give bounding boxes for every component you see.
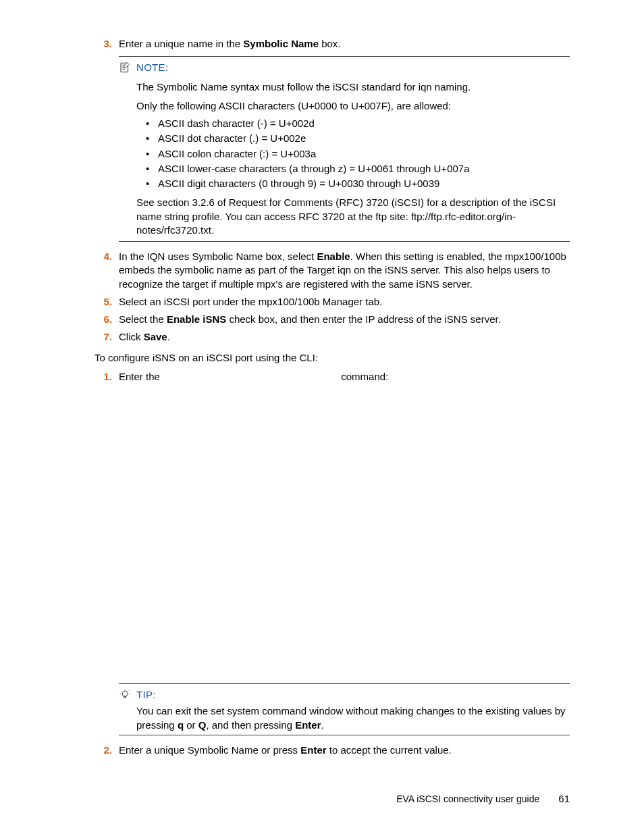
step-body: In the IQN uses Symbolic Name box, selec… xyxy=(119,250,570,291)
bold-text: Enable xyxy=(317,251,350,262)
tip-icon xyxy=(119,689,131,701)
text: . xyxy=(167,331,170,342)
list-item: ASCII digit characters (0 through 9) = U… xyxy=(146,177,570,190)
main-content: 3. Enter a unique name in the Symbolic N… xyxy=(95,37,570,757)
page-number: 61 xyxy=(558,792,570,806)
step-number: 3. xyxy=(95,37,119,51)
note-label: NOTE: xyxy=(136,61,168,74)
step-7: 7. Click Save. xyxy=(95,330,570,344)
step-number: 2. xyxy=(95,744,119,757)
text: , and then pressing xyxy=(206,719,295,731)
bold-text: Q xyxy=(198,719,207,731)
bullet-list: ASCII dash character (-) = U+002d ASCII … xyxy=(146,117,570,190)
paragraph: See section 3.2.6 of Request for Comment… xyxy=(136,196,570,237)
step-number: 7. xyxy=(95,330,119,344)
note-header: NOTE: xyxy=(119,61,570,74)
step-body: Enter the command: xyxy=(119,370,570,384)
cli-step-2: 2. Enter a unique Symbolic Name or press… xyxy=(95,744,570,757)
paragraph: To configure iSNS on an iSCSI port using… xyxy=(95,351,570,365)
text: Enter a unique Symbolic Name or press xyxy=(119,744,300,756)
step-number: 4. xyxy=(95,250,119,291)
text: Enter a unique name in the xyxy=(119,38,243,49)
svg-point-1 xyxy=(122,692,128,697)
bold-text: Enter xyxy=(300,744,326,756)
tip-body: You can exit the set system command wind… xyxy=(136,704,570,732)
text: Select the xyxy=(119,313,167,325)
step-3: 3. Enter a unique name in the Symbolic N… xyxy=(95,37,570,51)
text: box. xyxy=(319,38,341,49)
text: check box, and then enter the IP address… xyxy=(226,313,501,325)
step-4: 4. In the IQN uses Symbolic Name box, se… xyxy=(95,250,570,291)
bold-text: Enable iSNS xyxy=(167,313,226,325)
step-body: Enter a unique name in the Symbolic Name… xyxy=(119,37,570,51)
note-body: The Symbolic Name syntax must follow the… xyxy=(136,80,570,238)
divider xyxy=(119,241,570,242)
paragraph: The Symbolic Name syntax must follow the… xyxy=(136,80,570,94)
code-block-placeholder xyxy=(95,388,570,678)
note-box: NOTE: The Symbolic Name syntax must foll… xyxy=(119,56,570,242)
bold-text: q xyxy=(178,719,184,731)
text: In the IQN uses Symbolic Name box, selec… xyxy=(119,251,317,262)
list-item: ASCII dash character (-) = U+002d xyxy=(146,117,570,130)
note-icon xyxy=(119,61,131,74)
step-number: 6. xyxy=(95,313,119,326)
text: to accept the current value. xyxy=(327,744,452,756)
bold-text: Save xyxy=(144,331,167,342)
step-5: 5. Select an iSCSI port under the mpx100… xyxy=(95,295,570,309)
tip-label: TIP: xyxy=(136,688,156,702)
list-item: ASCII dot character (.) = U+002e xyxy=(146,132,570,145)
list-item: ASCII lower-case characters (a through z… xyxy=(146,162,570,176)
footer-title: EVA iSCSI connectivity user guide xyxy=(396,793,539,806)
paragraph: Only the following ASCII characters (U+0… xyxy=(136,99,570,113)
text: Click xyxy=(119,331,144,342)
tip-box: TIP: You can exit the set system command… xyxy=(119,683,570,735)
bold-text: Enter xyxy=(295,719,321,731)
text: Enter the xyxy=(119,371,163,382)
text: . xyxy=(321,719,324,731)
cli-step-1: 1. Enter the command: xyxy=(95,370,570,384)
step-number: 5. xyxy=(95,295,119,309)
bold-text: Symbolic Name xyxy=(243,38,319,49)
step-6: 6. Select the Enable iSNS check box, and… xyxy=(95,313,570,326)
document-page: 3. Enter a unique name in the Symbolic N… xyxy=(0,0,644,834)
divider xyxy=(119,683,570,684)
step-body: Click Save. xyxy=(119,330,570,344)
text: command: xyxy=(338,371,388,382)
divider xyxy=(119,735,570,735)
step-body: Enter a unique Symbolic Name or press En… xyxy=(119,744,570,757)
step-number: 1. xyxy=(95,370,119,384)
step-body: Select the Enable iSNS check box, and th… xyxy=(119,313,570,326)
page-footer: EVA iSCSI connectivity user guide 61 xyxy=(396,792,570,806)
step-body: Select an iSCSI port under the mpx100/10… xyxy=(119,295,570,309)
list-item: ASCII colon character (:) = U+003a xyxy=(146,147,570,161)
text: or xyxy=(184,719,198,731)
tip-header: TIP: xyxy=(119,688,570,702)
divider xyxy=(119,56,570,57)
